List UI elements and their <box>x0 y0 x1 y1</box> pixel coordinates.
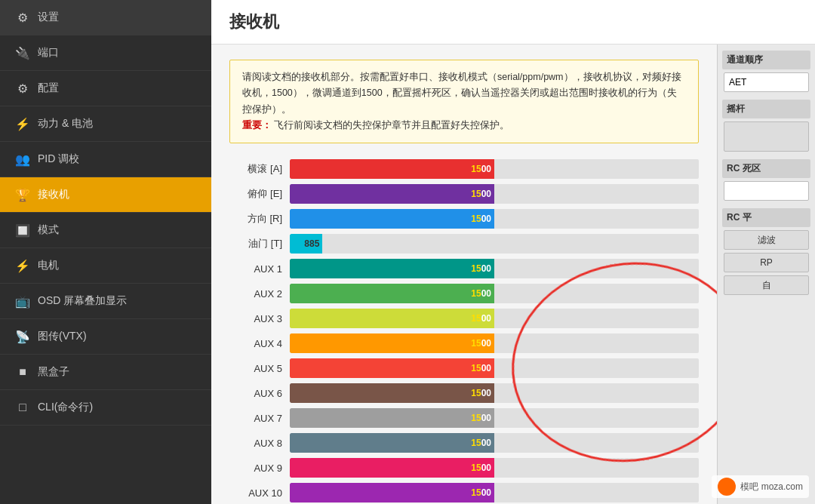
sidebar-icon-modes: 🔲 <box>15 223 30 238</box>
channel-value-7: 1500 <box>471 338 491 349</box>
channel-row-7: AUX 41500 <box>229 333 699 354</box>
rc-flat-title: RC 平 <box>722 208 810 227</box>
channel-row-11: AUX 81500 <box>229 432 699 453</box>
channel-bar-container-5: 1500 <box>290 284 699 303</box>
sidebar: ⚙ 设置 🔌 端口 ⚙ 配置 ⚡ 动力 & 电池 👥 PID 调校 🏆 接收机 … <box>0 0 211 504</box>
channel-label-0: 横滚 [A] <box>229 162 290 176</box>
sidebar-label-vtx: 图传(VTX) <box>38 330 87 343</box>
sidebar-item-vtx[interactable]: 📡 图传(VTX) <box>0 319 211 355</box>
channel-row-3: 油门 [T]885 <box>229 233 699 254</box>
channel-bar-7: 1500 <box>290 333 494 353</box>
channel-bar-10: 1500 <box>290 408 494 428</box>
rc-dead-section: RC 死区 <box>724 161 809 201</box>
channel-bar-container-7: 1500 <box>290 333 699 353</box>
channel-label-3: 油门 [T] <box>229 237 290 250</box>
channel-bar-11: 1500 <box>290 433 494 453</box>
content-area: 请阅读文档的接收机部分。按需配置好串口、接收机模式（serial/ppm/pwm… <box>211 45 717 504</box>
rc-dead-input[interactable] <box>724 181 809 201</box>
sidebar-icon-power: ⚡ <box>15 116 30 131</box>
channel-row-9: AUX 61500 <box>229 383 699 404</box>
channel-bar-container-13: 1500 <box>290 483 699 502</box>
rp-button[interactable]: RP <box>724 253 809 272</box>
channel-row-8: AUX 51500 <box>229 358 699 379</box>
channel-value-6: 1500 <box>471 313 491 324</box>
channel-bar-13: 1500 <box>290 483 494 502</box>
sidebar-icon-vtx: 📡 <box>15 329 30 344</box>
channel-row-5: AUX 21500 <box>229 283 699 304</box>
channels-container: 横滚 [A]1500俯仰 [E]1500方向 [R]1500油门 [T]885A… <box>229 158 699 503</box>
channel-value-13: 1500 <box>471 487 491 498</box>
channel-bar-1: 1500 <box>290 184 494 204</box>
sidebar-item-pid[interactable]: 👥 PID 调校 <box>0 142 211 177</box>
channel-bar-5: 1500 <box>290 284 494 303</box>
channel-label-9: AUX 6 <box>229 388 290 399</box>
filter-button[interactable]: 滤波 <box>724 230 809 250</box>
channel-bar-container-8: 1500 <box>290 358 699 378</box>
channel-order-input[interactable] <box>724 72 809 92</box>
channel-value-5: 1500 <box>471 288 491 299</box>
channel-bar-3: 885 <box>290 234 322 254</box>
sidebar-item-modes[interactable]: 🔲 模式 <box>0 213 211 248</box>
sidebar-label-cli: CLI(命令行) <box>38 401 93 414</box>
channel-value-9: 1500 <box>471 388 491 398</box>
channel-bar-12: 1500 <box>290 458 494 478</box>
channel-bar-container-12: 1500 <box>290 458 699 478</box>
sidebar-label-modes: 模式 <box>38 223 59 237</box>
channel-bar-4: 1500 <box>290 259 494 278</box>
sidebar-icon-ports: 🔌 <box>15 45 30 60</box>
sidebar-label-osd: OSD 屏幕叠加显示 <box>38 294 127 308</box>
sidebar-label-receiver: 接收机 <box>38 188 69 201</box>
stick-title: 摇杆 <box>722 100 810 118</box>
main-area: 接收机 请阅读文档的接收机部分。按需配置好串口、接收机模式（serial/ppm… <box>211 0 815 504</box>
channel-label-7: AUX 4 <box>229 338 290 349</box>
sidebar-item-osd[interactable]: 📺 OSD 屏幕叠加显示 <box>0 284 211 319</box>
channel-value-4: 1500 <box>471 263 491 274</box>
channel-bar-9: 1500 <box>290 383 494 403</box>
channel-row-13: AUX 101500 <box>229 482 699 503</box>
channel-label-6: AUX 3 <box>229 313 290 324</box>
sidebar-icon-motor: ⚡ <box>15 258 30 273</box>
auto-button[interactable]: 自 <box>724 275 809 295</box>
notice-box: 请阅读文档的接收机部分。按需配置好串口、接收机模式（serial/ppm/pwm… <box>229 60 699 143</box>
channel-row-12: AUX 91500 <box>229 457 699 478</box>
channel-row-6: AUX 31500 <box>229 308 699 329</box>
channel-bar-container-1: 1500 <box>290 184 699 204</box>
notice-warning-label: 重要： <box>242 120 272 131</box>
channel-row-2: 方向 [R]1500 <box>229 208 699 229</box>
sidebar-icon-config: ⚙ <box>15 81 30 96</box>
channel-label-2: 方向 [R] <box>229 212 290 226</box>
channel-bar-container-9: 1500 <box>290 383 699 403</box>
channel-value-11: 1500 <box>471 438 491 448</box>
sidebar-item-motor[interactable]: ⚡ 电机 <box>0 248 211 284</box>
sidebar-item-ports[interactable]: 🔌 端口 <box>0 35 211 71</box>
sidebar-icon-osd: 📺 <box>15 293 30 309</box>
channel-value-8: 1500 <box>471 363 491 373</box>
sidebar-icon-cli: □ <box>15 400 30 415</box>
sidebar-label-settings: 设置 <box>38 11 59 24</box>
sidebar-item-power[interactable]: ⚡ 动力 & 电池 <box>0 106 211 142</box>
stick-section: 摇杆 <box>724 101 809 152</box>
sidebar-label-power: 动力 & 电池 <box>38 117 93 131</box>
channel-order-title: 通道顺序 <box>722 51 810 69</box>
sidebar-item-settings[interactable]: ⚙ 设置 <box>0 0 211 35</box>
channel-label-1: 俯仰 [E] <box>229 187 290 201</box>
channel-bar-container-10: 1500 <box>290 408 699 428</box>
sidebar-item-blackbox[interactable]: ■ 黑盒子 <box>0 355 211 390</box>
channel-label-10: AUX 7 <box>229 413 290 424</box>
watermark-logo <box>718 478 736 496</box>
channel-bar-container-11: 1500 <box>290 433 699 453</box>
channel-label-13: AUX 10 <box>229 487 290 499</box>
channel-value-1: 1500 <box>471 189 491 199</box>
sidebar-item-cli[interactable]: □ CLI(命令行) <box>0 390 211 426</box>
sidebar-item-receiver[interactable]: 🏆 接收机 <box>0 177 211 213</box>
channel-bar-container-6: 1500 <box>290 309 699 328</box>
channel-bar-8: 1500 <box>290 358 494 378</box>
channel-label-4: AUX 1 <box>229 263 290 275</box>
channel-value-2: 1500 <box>471 214 491 224</box>
sidebar-item-config[interactable]: ⚙ 配置 <box>0 71 211 106</box>
channel-row-10: AUX 71500 <box>229 407 699 429</box>
channel-bar-container-4: 1500 <box>290 259 699 278</box>
channel-value-3: 885 <box>304 238 319 249</box>
page-title: 接收机 <box>211 0 815 45</box>
stick-display <box>724 121 809 152</box>
